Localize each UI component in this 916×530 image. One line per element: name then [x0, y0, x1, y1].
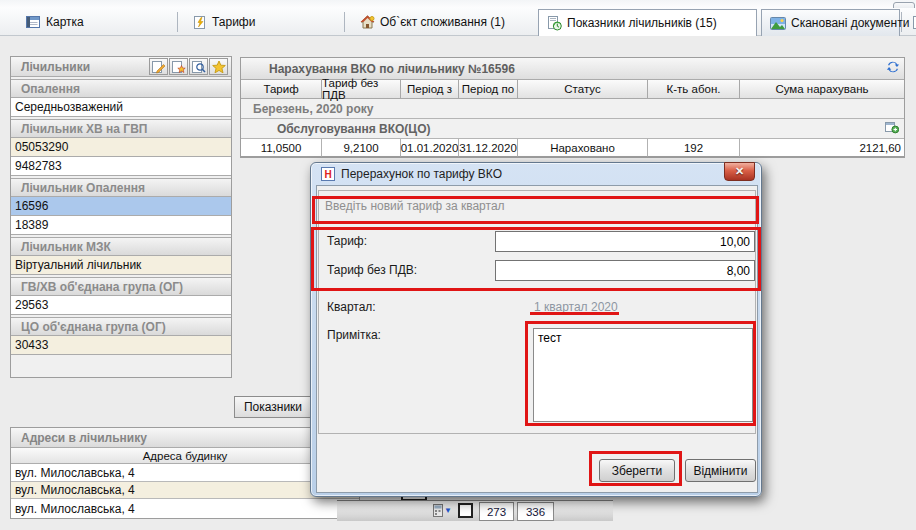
- note-textarea[interactable]: тест: [533, 328, 753, 422]
- recalc-meter-button[interactable]: [169, 58, 188, 75]
- sparkle-document-icon: [171, 60, 186, 74]
- tariff-novat-input[interactable]: [495, 260, 755, 281]
- grid-dropdown-button[interactable]: ▼: [433, 504, 452, 517]
- grid-bottom-row: ▼ 273 336: [337, 500, 613, 521]
- tab-separator: [177, 12, 178, 32]
- cancel-button[interactable]: Відмінити: [685, 459, 756, 482]
- addresses-panel: Адреси в лічильнику Адреса будинку вул. …: [10, 427, 360, 519]
- meters-panel-title: Лічильники: [21, 60, 90, 74]
- column-header[interactable]: Період по: [458, 80, 517, 99]
- group-header-heating: Опалення: [11, 79, 231, 98]
- close-icon: ✕: [735, 165, 744, 178]
- tab-card[interactable]: Картка: [18, 8, 92, 36]
- accruals-header-row: Тариф Тариф без ПДВ Період з Період по С…: [241, 80, 904, 99]
- dialog-prompt: Введіть новий тариф за квартал: [325, 199, 505, 213]
- meter-item[interactable]: 05053290: [11, 138, 231, 157]
- address-row[interactable]: вул. Милославська, 4: [11, 499, 359, 518]
- search-icon: [191, 60, 206, 74]
- meters-panel: Лічильники Опалення Середньозважений Ліч…: [10, 56, 232, 378]
- tariffs-icon: [912, 15, 916, 30]
- column-header[interactable]: К-ть абон.: [647, 80, 739, 99]
- image-icon: [770, 17, 786, 30]
- tariff-input[interactable]: [495, 231, 755, 252]
- group-header-mzk: Лічильник МЗК: [11, 237, 231, 256]
- group-header-co-group: ЦО об'єднана група (ОГ): [11, 317, 231, 336]
- tariffs-icon: [193, 15, 207, 30]
- address-row[interactable]: вул. Милославська, 4: [11, 482, 359, 499]
- group-header-cw-hw: Лічильник ХВ на ГВП: [11, 119, 231, 138]
- refresh-icon: [886, 60, 900, 74]
- meter-item[interactable]: 18389: [11, 216, 231, 235]
- cell-sum: 2121,60: [739, 139, 904, 157]
- addresses-panel-title: Адреси в лічильнику: [21, 431, 147, 445]
- quarter-label: Квартал:: [327, 300, 376, 314]
- grid-tool-icon: [433, 504, 443, 517]
- app-root: Картка Тарифи Об`єкт споживання (1) Пока…: [0, 0, 916, 530]
- tab-scanned-documents[interactable]: Скановані документи: [761, 9, 900, 36]
- meters-panel-header: Лічильники: [11, 57, 231, 77]
- meter-item[interactable]: Віртуальний лічильник: [11, 256, 231, 275]
- search-meter-button[interactable]: [189, 58, 208, 75]
- tab-meter-readings[interactable]: Показники лічильників (15): [538, 9, 757, 36]
- tab-bar: Картка Тарифи Об`єкт споживання (1) Пока…: [0, 8, 916, 36]
- column-header[interactable]: Тариф: [241, 80, 321, 99]
- tab-label: Тарифи: [212, 15, 255, 29]
- dialog-body: Введіть новий тариф за квартал Тариф: Та…: [316, 185, 758, 493]
- grid-count-cell: 273: [479, 502, 514, 521]
- grid-count-cell: 336: [517, 502, 554, 521]
- edit-icon: [151, 60, 166, 74]
- tab-label: Картка: [46, 15, 84, 29]
- meter-item[interactable]: 9482783: [11, 157, 231, 176]
- star-icon: [212, 60, 226, 74]
- tariff-novat-label: Тариф без ПДВ:: [327, 263, 417, 277]
- cell-period-to: 31.12.2020: [458, 139, 517, 157]
- tab-tariffs[interactable]: Тарифи: [185, 8, 263, 36]
- accruals-table: Нарахування ВКО по лічильнику №16596 Тар…: [240, 57, 905, 158]
- readings-tab-button[interactable]: Показники: [234, 396, 312, 418]
- column-header[interactable]: Період з: [400, 80, 458, 99]
- dialog-title-bar[interactable]: Н Перерахунок по тарифу ВКО: [321, 167, 502, 181]
- tab-label: Показники лічильників (15): [567, 16, 717, 30]
- edit-meter-button[interactable]: [149, 58, 168, 75]
- tab-consumption-object[interactable]: Об`єкт споживання (1): [352, 8, 513, 36]
- address-column-header[interactable]: Адреса будинку: [11, 448, 359, 464]
- month-group-row[interactable]: Березень, 2020 року: [241, 99, 904, 119]
- column-header[interactable]: Статус: [517, 80, 647, 99]
- dialog-title: Перерахунок по тарифу ВКО: [341, 167, 502, 181]
- dropdown-arrow-icon: ▼: [444, 507, 452, 515]
- tab-label: Об`єкт споживання (1): [380, 15, 505, 29]
- accruals-table-title: Нарахування ВКО по лічильнику №16596: [269, 62, 515, 76]
- accrual-row[interactable]: 11,0500 9,2100 01.01.2020 31.12.2020 Нар…: [241, 139, 904, 157]
- service-icon: [885, 120, 899, 134]
- note-label: Примітка:: [327, 328, 381, 342]
- tab-separator: [344, 12, 345, 32]
- grid-checkbox[interactable]: [458, 503, 473, 518]
- house-icon: [360, 15, 375, 29]
- column-header[interactable]: Сума нарахувань: [739, 80, 904, 99]
- quarter-value-link[interactable]: 1 квартал 2020: [534, 300, 618, 314]
- meter-item[interactable]: 30433: [11, 336, 231, 355]
- group-header-heating-meter: Лічильник Опалення: [11, 178, 231, 197]
- address-row[interactable]: вул. Милославська, 4: [11, 464, 359, 482]
- meter-item[interactable]: 29563: [11, 296, 231, 315]
- cell-tariff-novat: 9,2100: [321, 139, 400, 157]
- favorite-meter-button[interactable]: [209, 58, 228, 75]
- cell-status: Нараховано: [517, 139, 647, 157]
- tab-label: Скановані документи: [791, 16, 909, 30]
- column-header[interactable]: Тариф без ПДВ: [321, 80, 400, 99]
- window-top-strip: [0, 0, 916, 8]
- meter-item-selected[interactable]: 16596: [11, 197, 231, 216]
- cell-subscribers: 192: [647, 139, 739, 157]
- recalc-dialog: Н Перерахунок по тарифу ВКО ✕ Введіть но…: [310, 162, 762, 497]
- group-header-hw-cw-group: ГВ/ХВ об'єднана група (ОГ): [11, 277, 231, 296]
- addresses-panel-header: Адреси в лічильнику: [11, 428, 359, 448]
- save-button[interactable]: Зберегти: [599, 459, 675, 482]
- refresh-button[interactable]: [886, 60, 900, 77]
- meter-item[interactable]: Середньозважений: [11, 98, 231, 117]
- service-group-row[interactable]: Обслуговування ВКО(ЦО): [241, 119, 904, 139]
- meter-readings-icon: [547, 16, 562, 31]
- cell-tariff: 11,0500: [241, 139, 321, 157]
- service-group-icon-button[interactable]: [885, 120, 899, 137]
- tariff-label: Тариф:: [327, 234, 367, 248]
- dialog-close-button[interactable]: ✕: [724, 162, 755, 181]
